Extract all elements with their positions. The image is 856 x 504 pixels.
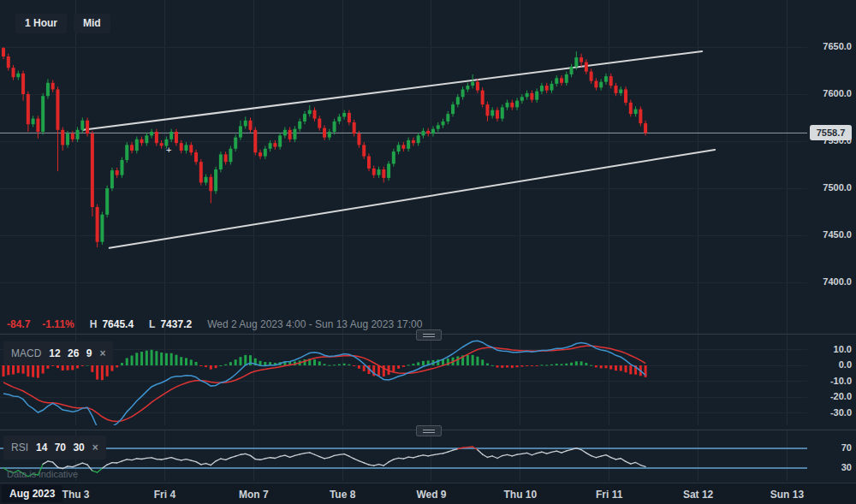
rsi-indicator-pill[interactable]: RSI 14 70 30 × xyxy=(3,436,106,460)
rsi-axis-tick: 70 xyxy=(809,442,852,453)
time-axis-label: Fri 11 xyxy=(580,489,639,501)
trading-chart-window: 1 Hour Mid + -84.7 -1.11% H 7645.4 L 743… xyxy=(0,0,856,504)
data-indicative-note: Data is indicative xyxy=(7,469,78,479)
macd-axis-tick: 10.0 xyxy=(809,344,852,354)
time-axis-label: Mon 7 xyxy=(223,489,283,501)
rsi-resize-grip[interactable] xyxy=(416,425,442,436)
time-axis-label: Thu 10 xyxy=(490,489,550,501)
macd-axis-tick: -20.0 xyxy=(809,391,852,401)
macd-name: MACD xyxy=(11,347,41,359)
rsi-params: 14 70 30 xyxy=(36,442,85,454)
high-label: H xyxy=(90,318,98,330)
rsi-axis-tick: 30 xyxy=(809,462,852,472)
time-axis-label: Fri 4 xyxy=(134,489,194,501)
time-axis-label: Thu 3 xyxy=(46,489,106,501)
high-value: 7645.4 xyxy=(102,318,134,330)
macd-params: 12 26 9 xyxy=(49,347,92,359)
main-price-chart-canvas[interactable] xyxy=(0,0,807,334)
timeframe-button[interactable]: 1 Hour xyxy=(15,14,67,33)
time-axis-label: Sun 13 xyxy=(757,489,817,501)
chart-toolbar: 1 Hour Mid xyxy=(15,14,110,33)
macd-axis-tick: -10.0 xyxy=(809,376,852,386)
price-axis-tick: 7450.0 xyxy=(809,229,852,240)
macd-indicator-pill[interactable]: MACD 12 26 9 × xyxy=(3,341,113,365)
macd-axis-tick: 0.0 xyxy=(809,359,852,370)
change-percent: -1.11% xyxy=(42,318,74,330)
rsi-close-icon[interactable]: × xyxy=(92,442,98,453)
macd-panel-canvas[interactable] xyxy=(0,335,807,425)
current-price-tag: 7558.7 xyxy=(810,125,852,140)
time-axis[interactable]: Aug 2023 Thu 3Fri 4Mon 7Tue 8Wed 9Thu 10… xyxy=(0,483,856,504)
rsi-name: RSI xyxy=(11,442,28,454)
price-axis-tick: 7400.0 xyxy=(809,276,852,287)
time-axis-label: Sat 12 xyxy=(669,489,728,501)
date-range-text: Wed 2 Aug 2023 4:00 - Sun 13 Aug 2023 17… xyxy=(207,318,422,330)
rsi-panel-canvas[interactable] xyxy=(0,430,807,481)
price-axis-tick: 7500.0 xyxy=(809,182,852,193)
time-axis-label: Tue 8 xyxy=(312,489,372,501)
macd-axis-tick: -30.0 xyxy=(809,407,852,418)
price-type-button[interactable]: Mid xyxy=(74,14,110,33)
macd-resize-grip[interactable] xyxy=(416,329,442,341)
price-axis[interactable]: 7650.07600.07550.07500.07450.07400.010.0… xyxy=(807,0,856,504)
macd-close-icon[interactable]: × xyxy=(99,348,105,359)
price-axis-tick: 7650.0 xyxy=(809,41,852,51)
change-value: -84.7 xyxy=(7,318,30,330)
low-label: L xyxy=(149,318,155,330)
price-axis-tick: 7600.0 xyxy=(809,88,852,98)
price-info-bar: -84.7 -1.11% H 7645.4 L 7437.2 Wed 2 Aug… xyxy=(7,318,422,330)
cursor-crosshair: + xyxy=(166,145,171,155)
low-value: 7437.2 xyxy=(160,318,192,330)
time-axis-label: Wed 9 xyxy=(401,489,461,501)
